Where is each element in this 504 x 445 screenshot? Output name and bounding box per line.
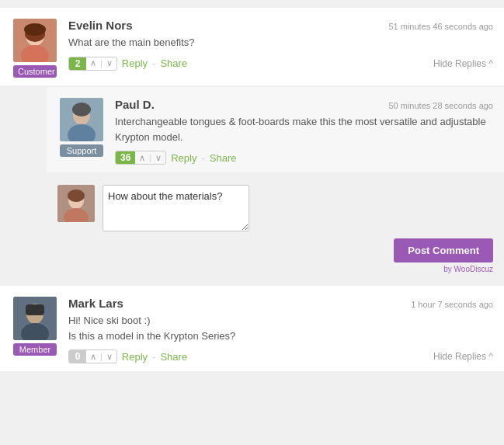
reply-form-inner: How about the materials? bbox=[57, 185, 493, 234]
vote-count-mark: 0 bbox=[69, 350, 86, 363]
text-paul: Interchangeable tongues & foot-boards ma… bbox=[115, 114, 493, 144]
role-badge-customer: Customer bbox=[13, 65, 57, 78]
vote-up-mark[interactable]: ∧ bbox=[86, 351, 100, 363]
sep-mark: - bbox=[152, 351, 155, 363]
reply-form-avatar bbox=[57, 185, 95, 222]
post-comment-button[interactable]: Post Comment bbox=[394, 238, 493, 262]
vote-up-paul[interactable]: ∧ bbox=[135, 152, 149, 164]
text-mark: Hi! Nice ski boot :) Is this a model in … bbox=[68, 313, 493, 343]
reply-form-block: How about the materials? Post Comment by… bbox=[47, 174, 504, 284]
avatar-mark bbox=[13, 297, 57, 340]
author-mark: Mark Lars bbox=[68, 297, 123, 310]
comment-content-evelin: Evelin Nors 51 minutes 46 seconds ago Wh… bbox=[68, 19, 493, 71]
role-badge-member: Member bbox=[13, 343, 57, 356]
comment-mark: Member Mark Lars 1 hour 7 seconds ago Hi… bbox=[0, 286, 504, 371]
text-mark-line1: Hi! Nice ski boot :) bbox=[68, 315, 150, 326]
vote-box-evelin: 2 ∧ | ∨ bbox=[68, 57, 117, 71]
reply-form-footer: Post Comment bbox=[57, 238, 493, 262]
avatar-wrap-mark: Member bbox=[11, 297, 59, 356]
actions-mark: 0 ∧ | ∨ Reply - Share Hide Replies ^ bbox=[68, 349, 493, 363]
sep-paul: - bbox=[201, 152, 204, 164]
vote-box-mark: 0 ∧ | ∨ bbox=[68, 349, 117, 363]
avatar-wrap-evelin: Customer bbox=[11, 19, 59, 78]
vote-box-paul: 36 ∧ | ∨ bbox=[115, 151, 166, 165]
avatar-wrap-paul: Support bbox=[57, 98, 106, 157]
svg-rect-16 bbox=[26, 304, 44, 315]
reply-link-paul[interactable]: Reply bbox=[171, 152, 196, 164]
vote-down-mark[interactable]: ∨ bbox=[103, 351, 116, 363]
actions-left-mark: 0 ∧ | ∨ Reply - Share bbox=[68, 349, 187, 363]
comment-meta-paul: Paul D. 50 minutes 28 seconds ago bbox=[115, 98, 493, 111]
actions-left-paul: 36 ∧ | ∨ Reply - Share bbox=[115, 151, 237, 165]
reply-form-textarea-wrap: How about the materials? bbox=[103, 185, 493, 234]
time-paul: 50 minutes 28 seconds ago bbox=[388, 101, 493, 110]
vote-count-paul: 36 bbox=[116, 151, 135, 164]
time-evelin: 51 minutes 46 seconds ago bbox=[388, 22, 493, 31]
avatar-paul bbox=[60, 98, 103, 141]
reply-textarea[interactable]: How about the materials? bbox=[103, 185, 249, 231]
text-evelin: What are the main benefits? bbox=[68, 35, 493, 50]
author-paul: Paul D. bbox=[115, 98, 155, 111]
comment-evelin: Customer Evelin Nors 51 minutes 46 secon… bbox=[0, 8, 504, 85]
sep-evelin: - bbox=[152, 57, 155, 69]
author-evelin: Evelin Nors bbox=[68, 19, 133, 32]
svg-point-4 bbox=[24, 23, 46, 36]
share-link-evelin[interactable]: Share bbox=[160, 57, 187, 69]
hide-replies-mark[interactable]: Hide Replies ^ bbox=[433, 351, 493, 362]
comment-paul: Support Paul D. 50 minutes 28 seconds ag… bbox=[47, 87, 504, 172]
vote-up-evelin[interactable]: ∧ bbox=[86, 57, 100, 69]
comments-container: Customer Evelin Nors 51 minutes 46 secon… bbox=[0, 0, 504, 381]
time-mark: 1 hour 7 seconds ago bbox=[411, 300, 493, 309]
actions-paul: 36 ∧ | ∨ Reply - Share bbox=[115, 151, 493, 165]
woodiscuz-credit: by WooDiscuz bbox=[57, 265, 493, 273]
actions-evelin: 2 ∧ | ∨ Reply - Share Hide Replies ^ bbox=[68, 57, 493, 71]
share-link-paul[interactable]: Share bbox=[210, 152, 237, 164]
woodiscuz-by: by bbox=[443, 265, 454, 273]
vote-count-evelin: 2 bbox=[69, 57, 86, 70]
reply-link-mark[interactable]: Reply bbox=[122, 351, 148, 363]
avatar-evelin bbox=[13, 19, 57, 62]
comment-meta-evelin: Evelin Nors 51 minutes 46 seconds ago bbox=[68, 19, 493, 32]
share-link-mark[interactable]: Share bbox=[160, 351, 187, 363]
woodiscuz-brand: WooDiscuz bbox=[454, 265, 493, 273]
vote-down-evelin[interactable]: ∨ bbox=[103, 57, 116, 69]
hide-replies-evelin[interactable]: Hide Replies ^ bbox=[433, 58, 493, 69]
text-mark-line2: Is this a model in the Krypton Series? bbox=[68, 330, 235, 342]
actions-left-evelin: 2 ∧ | ∨ Reply - Share bbox=[68, 57, 187, 71]
reply-link-evelin[interactable]: Reply bbox=[122, 57, 148, 69]
svg-point-12 bbox=[68, 189, 85, 202]
vote-down-paul[interactable]: ∨ bbox=[151, 152, 165, 164]
comment-content-paul: Paul D. 50 minutes 28 seconds ago Interc… bbox=[115, 98, 493, 165]
comment-meta-mark: Mark Lars 1 hour 7 seconds ago bbox=[68, 297, 493, 310]
role-badge-support: Support bbox=[60, 144, 103, 157]
svg-point-8 bbox=[72, 103, 91, 116]
comment-content-mark: Mark Lars 1 hour 7 seconds ago Hi! Nice … bbox=[68, 297, 493, 363]
